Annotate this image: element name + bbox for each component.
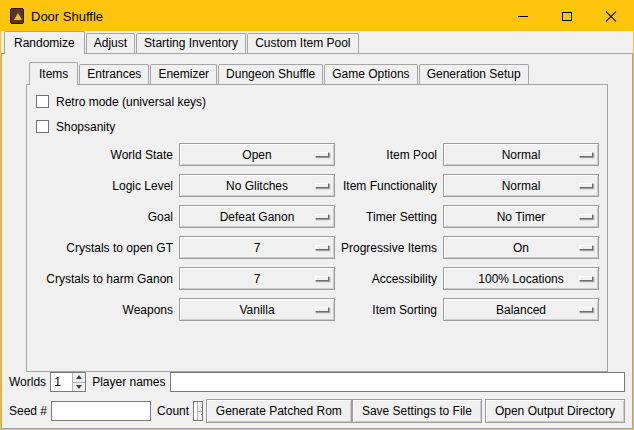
crystals-gt-label: Crystals to open GT (35, 241, 173, 255)
spinner-buttons (197, 402, 203, 420)
tab-enemizer[interactable]: Enemizer (150, 64, 217, 84)
progressive-items-label: Progressive Items (341, 241, 437, 255)
count-label: Count (157, 404, 189, 418)
accessibility-label: Accessibility (341, 272, 437, 286)
inner-notebook: Items Entrances Enemizer Dungeon Shuffle… (26, 62, 608, 372)
dropdown-value: Defeat Ganon (220, 210, 295, 224)
crystals-ganon-label: Crystals to harm Ganon (35, 272, 173, 286)
crystals-gt-dropdown[interactable]: 7 (179, 236, 335, 259)
logic-level-dropdown[interactable]: No Glitches (179, 174, 335, 197)
menu-indicator-icon (579, 183, 593, 188)
minimize-button[interactable] (501, 1, 545, 31)
menu-indicator-icon (315, 307, 329, 312)
menu-indicator-icon (315, 245, 329, 250)
progressive-items-dropdown[interactable]: On (443, 236, 599, 259)
minimize-icon (518, 16, 528, 17)
worlds-label: Worlds (9, 375, 46, 389)
menu-indicator-icon (315, 183, 329, 188)
tab-items[interactable]: Items (29, 62, 78, 85)
dropdown-value: No Glitches (226, 179, 288, 193)
right-button-group: Save Settings to File Open Output Direct… (352, 399, 625, 423)
menu-indicator-icon (579, 276, 593, 281)
shopsanity-label: Shopsanity (56, 120, 115, 134)
shopsanity-checkbox[interactable]: Shopsanity (35, 118, 599, 135)
dropdown-value: Normal (502, 179, 541, 193)
player-names-label: Player names (92, 375, 165, 389)
item-functionality-dropdown[interactable]: Normal (443, 174, 599, 197)
player-names-input[interactable] (170, 372, 626, 392)
inner-tab-bar: Items Entrances Enemizer Dungeon Shuffle… (26, 62, 608, 84)
spin-up-button[interactable] (198, 402, 203, 411)
goal-label: Goal (35, 210, 173, 224)
worlds-row: Worlds Player names (9, 372, 625, 392)
dropdown-value: Open (242, 148, 271, 162)
crystals-ganon-dropdown[interactable]: 7 (179, 267, 335, 290)
tab-custom-item-pool[interactable]: Custom Item Pool (247, 33, 358, 53)
tab-game-options[interactable]: Game Options (324, 64, 417, 84)
menu-indicator-icon (315, 152, 329, 157)
dropdown-value: Normal (502, 148, 541, 162)
dropdown-value: 7 (254, 241, 261, 255)
dropdown-value: 100% Locations (478, 272, 563, 286)
worlds-spinbox (50, 372, 86, 392)
randomize-tab-pane: Items Entrances Enemizer Dungeon Shuffle… (1, 53, 633, 429)
worlds-input[interactable] (51, 373, 72, 391)
retro-mode-label: Retro mode (universal keys) (56, 95, 206, 109)
generate-patched-rom-button[interactable]: Generate Patched Rom (206, 399, 352, 423)
retro-mode-checkbox[interactable]: Retro mode (universal keys) (35, 93, 599, 110)
window: Door Shuffle Randomize Adjust Starting I… (0, 0, 634, 430)
spin-down-button[interactable] (198, 411, 203, 421)
maximize-button[interactable] (545, 1, 589, 31)
item-pool-label: Item Pool (341, 148, 437, 162)
tab-adjust[interactable]: Adjust (86, 33, 135, 53)
spin-down-button[interactable] (73, 382, 85, 392)
app-icon (10, 8, 24, 24)
outer-tab-bar: Randomize Adjust Starting Inventory Cust… (1, 31, 633, 53)
world-state-label: World State (35, 148, 173, 162)
dropdown-value: No Timer (497, 210, 546, 224)
chevron-down-icon (76, 385, 82, 389)
timer-setting-label: Timer Setting (341, 210, 437, 224)
spin-up-button[interactable] (73, 373, 85, 382)
menu-indicator-icon (579, 245, 593, 250)
tab-entrances[interactable]: Entrances (79, 64, 149, 84)
checkbox-icon (36, 95, 49, 108)
world-state-dropdown[interactable]: Open (179, 143, 335, 166)
weapons-label: Weapons (35, 303, 173, 317)
tab-randomize[interactable]: Randomize (4, 31, 85, 54)
tab-generation-setup[interactable]: Generation Setup (419, 64, 529, 84)
item-sorting-dropdown[interactable]: Balanced (443, 298, 599, 321)
titlebar[interactable]: Door Shuffle (1, 1, 633, 31)
tab-dungeon-shuffle[interactable]: Dungeon Shuffle (218, 64, 323, 84)
tab-starting-inventory[interactable]: Starting Inventory (136, 33, 246, 53)
chevron-up-icon (76, 375, 82, 379)
chevron-up-icon (201, 404, 203, 408)
timer-setting-dropdown[interactable]: No Timer (443, 205, 599, 228)
window-controls (501, 1, 633, 31)
weapons-dropdown[interactable]: Vanilla (179, 298, 335, 321)
close-button[interactable] (589, 1, 633, 31)
dropdown-value: On (513, 241, 529, 255)
open-output-directory-button[interactable]: Open Output Directory (485, 399, 625, 423)
spinner-buttons (72, 373, 85, 391)
menu-indicator-icon (579, 214, 593, 219)
goal-dropdown[interactable]: Defeat Ganon (179, 205, 335, 228)
settings-grid: World State Open Item Pool Normal Logic … (35, 143, 599, 321)
logic-level-label: Logic Level (35, 179, 173, 193)
save-settings-button[interactable]: Save Settings to File (352, 399, 482, 423)
count-spinbox (193, 401, 203, 421)
seed-input[interactable] (51, 401, 151, 421)
menu-indicator-icon (579, 307, 593, 312)
accessibility-dropdown[interactable]: 100% Locations (443, 267, 599, 290)
menu-indicator-icon (579, 152, 593, 157)
dropdown-value: Balanced (496, 303, 546, 317)
dropdown-value: Vanilla (239, 303, 274, 317)
item-pool-dropdown[interactable]: Normal (443, 143, 599, 166)
checkbox-icon (36, 120, 49, 133)
menu-indicator-icon (315, 276, 329, 281)
item-functionality-label: Item Functionality (341, 179, 437, 193)
chevron-down-icon (201, 414, 203, 418)
window-title: Door Shuffle (31, 9, 103, 24)
item-sorting-label: Item Sorting (341, 303, 437, 317)
items-tab-pane: Retro mode (universal keys) Shopsanity W… (26, 84, 608, 372)
